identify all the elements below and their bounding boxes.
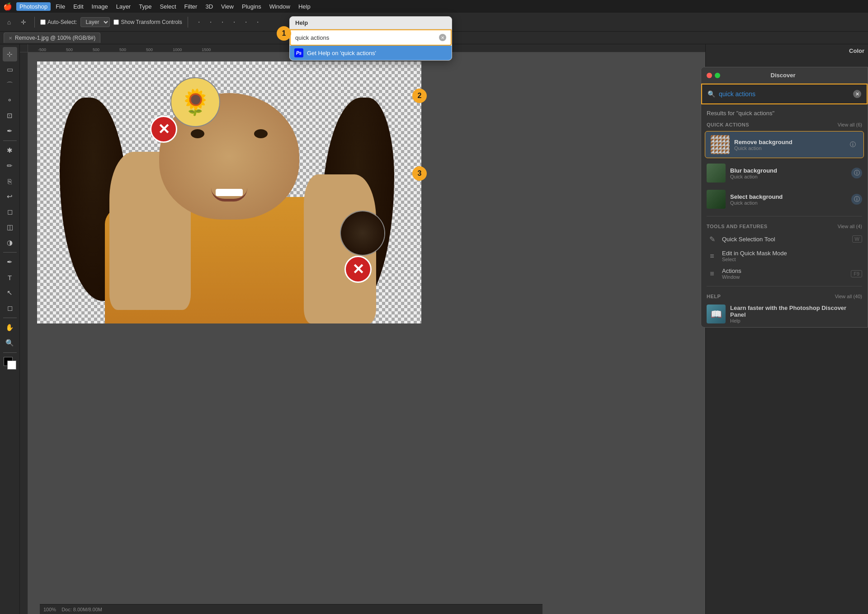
view-all-help[interactable]: View all (40) bbox=[835, 294, 862, 299]
menu-file[interactable]: File bbox=[52, 2, 68, 11]
move-tool-icon[interactable]: ✛ bbox=[18, 17, 29, 28]
align-center-h-icon[interactable]: ⬝ bbox=[205, 17, 216, 28]
ruler-ticks: -500 500 500 500 500 1000 1500 bbox=[36, 44, 231, 52]
select-bg-title: Select background bbox=[730, 193, 847, 200]
pen-tool[interactable]: ✒ bbox=[3, 255, 17, 269]
tools-section-title: TOOLS AND FEATURES bbox=[707, 224, 768, 229]
menu-window[interactable]: Window bbox=[266, 2, 293, 11]
history-brush-tool[interactable]: ↩ bbox=[3, 189, 17, 204]
menu-select[interactable]: Select bbox=[156, 2, 179, 11]
menu-filter[interactable]: Filter bbox=[181, 2, 201, 11]
clone-stamp-tool[interactable]: ⎘ bbox=[3, 174, 17, 188]
discover-search-input[interactable] bbox=[719, 90, 849, 98]
crop-tool[interactable]: ⊡ bbox=[3, 108, 17, 123]
canvas-area[interactable]: 🌻 ✕ ✕ bbox=[28, 52, 705, 614]
help-popup-title: Help bbox=[290, 17, 452, 29]
menu-type[interactable]: Type bbox=[136, 2, 155, 11]
help-item-text: Learn faster with the Photoshop Discover… bbox=[730, 305, 862, 323]
view-all-tools[interactable]: View all (4) bbox=[838, 224, 862, 229]
brush-tool[interactable]: ✏ bbox=[3, 159, 17, 173]
menu-plugins[interactable]: Plugins bbox=[239, 2, 264, 11]
discover-item-remove-background[interactable]: Remove background Quick action ⓘ bbox=[705, 131, 864, 158]
discover-help-item[interactable]: 📖 Learn faster with the Photoshop Discov… bbox=[701, 301, 868, 327]
remove-bg-title: Remove background bbox=[734, 139, 843, 145]
auto-select-input[interactable] bbox=[40, 19, 46, 25]
move-tool[interactable]: ⊹ bbox=[3, 47, 17, 61]
remove-bg-info-button[interactable]: ⓘ bbox=[847, 139, 858, 150]
menu-image[interactable]: Image bbox=[89, 2, 111, 11]
blur-bg-thumb bbox=[707, 164, 726, 183]
quick-selection-tool[interactable]: ⚬ bbox=[3, 93, 17, 108]
actions-text: Actions Window bbox=[722, 267, 846, 280]
lasso-tool[interactable]: ⌒ bbox=[3, 78, 17, 92]
align-center-v-icon[interactable]: ⬝ bbox=[241, 17, 251, 28]
transform-input[interactable] bbox=[113, 19, 119, 25]
menu-layer[interactable]: Layer bbox=[113, 2, 134, 11]
sunflower-overlay: 🌻 bbox=[170, 77, 220, 127]
align-right-icon[interactable]: ⬝ bbox=[217, 17, 228, 28]
align-left-icon[interactable]: ⬝ bbox=[193, 17, 204, 28]
close-button[interactable] bbox=[707, 73, 712, 78]
menu-edit[interactable]: Edit bbox=[70, 2, 86, 11]
help-thumb: 📖 bbox=[707, 305, 726, 323]
transform-checkbox[interactable]: Show Transform Controls bbox=[113, 19, 182, 25]
align-bottom-icon[interactable]: ⬝ bbox=[252, 17, 263, 28]
help-result-label: Get Help on 'quick actions' bbox=[307, 50, 376, 56]
discover-item-select-background[interactable]: Select background Quick action ⓘ bbox=[701, 186, 868, 212]
separator-1 bbox=[707, 216, 862, 216]
hand-tool[interactable]: ✋ bbox=[3, 320, 17, 335]
search-icon: 🔍 bbox=[708, 90, 715, 98]
shape-tool[interactable]: ◻ bbox=[3, 301, 17, 315]
ruler-tick: 1500 bbox=[202, 47, 211, 52]
left-tool-panel: ⊹ ▭ ⌒ ⚬ ⊡ ✒ ✱ ✏ ⎘ ↩ ◻ ◫ ◑ ✒ T ↖ ◻ ✋ 🔍 bbox=[0, 44, 20, 614]
zoom-tool[interactable]: 🔍 bbox=[3, 336, 17, 350]
menu-3d[interactable]: 3D bbox=[202, 2, 216, 11]
ruler-corner bbox=[20, 44, 28, 52]
healing-brush-tool[interactable]: ✱ bbox=[3, 143, 17, 158]
help-search-clear-icon[interactable]: ✕ bbox=[439, 34, 446, 41]
home-icon[interactable]: ⌂ bbox=[4, 17, 14, 28]
tool-divider-4 bbox=[3, 352, 17, 353]
ruler-tick: 500 bbox=[146, 47, 153, 52]
help-item-title: Learn faster with the Photoshop Discover… bbox=[730, 305, 862, 318]
tab-title: Remove-1.jpg @ 100% (RGB/8#) bbox=[15, 35, 95, 41]
remove-bg-thumb bbox=[711, 135, 730, 154]
quick-selection-tool-icon: ✎ bbox=[707, 234, 717, 244]
discover-item-blur-background[interactable]: Blur background Quick action ⓘ bbox=[701, 160, 868, 186]
quick-selection-tool-item[interactable]: ✎ Quick Selection Tool W bbox=[701, 231, 868, 247]
select-bg-thumb bbox=[707, 190, 726, 209]
document-tab[interactable]: ✕ Remove-1.jpg @ 100% (RGB/8#) bbox=[4, 33, 100, 43]
layer-select[interactable]: Layer bbox=[80, 17, 110, 27]
help-search-input[interactable] bbox=[295, 34, 436, 41]
eyedropper-tool[interactable]: ✒ bbox=[3, 124, 17, 138]
select-bg-info-button[interactable]: ⓘ bbox=[851, 194, 862, 205]
background-color[interactable] bbox=[7, 361, 16, 370]
help-result-item[interactable]: Ps Get Help on 'quick actions' bbox=[290, 46, 452, 60]
menu-view[interactable]: View bbox=[218, 2, 237, 11]
dodge-tool[interactable]: ◑ bbox=[3, 235, 17, 250]
auto-select-checkbox[interactable]: Auto-Select: bbox=[40, 19, 77, 25]
ruler-tick: -500 bbox=[38, 47, 46, 52]
gradient-tool[interactable]: ◫ bbox=[3, 220, 17, 234]
discover-search-clear-icon[interactable]: ✕ bbox=[853, 90, 861, 98]
apple-logo-icon[interactable]: 🍎 bbox=[4, 2, 12, 10]
quick-mask-mode-item[interactable]: ≡ Edit in Quick Mask Mode Select bbox=[701, 247, 868, 265]
path-selection-tool[interactable]: ↖ bbox=[3, 286, 17, 300]
color-swatch[interactable] bbox=[4, 357, 16, 370]
actions-item[interactable]: ≡ Actions Window F9 bbox=[701, 265, 868, 282]
menu-help[interactable]: Help bbox=[295, 2, 314, 11]
actions-icon: ≡ bbox=[707, 268, 717, 279]
menu-photoshop[interactable]: Photoshop bbox=[16, 2, 51, 11]
view-all-quick-actions[interactable]: View all (6) bbox=[838, 122, 862, 127]
help-search-row: ✕ bbox=[290, 29, 452, 46]
help-section-header: HELP View all (40) bbox=[701, 290, 868, 301]
tool-divider-2 bbox=[3, 252, 17, 253]
text-tool[interactable]: T bbox=[3, 270, 17, 285]
canvas-container: -500 500 500 500 500 1000 1500 bbox=[20, 44, 705, 614]
align-top-icon[interactable]: ⬝ bbox=[229, 17, 240, 28]
maximize-button[interactable] bbox=[715, 73, 720, 78]
rectangular-marquee-tool[interactable]: ▭ bbox=[3, 62, 17, 77]
blur-bg-info-button[interactable]: ⓘ bbox=[851, 168, 862, 178]
tab-close-icon[interactable]: ✕ bbox=[9, 36, 12, 41]
eraser-tool[interactable]: ◻ bbox=[3, 205, 17, 219]
